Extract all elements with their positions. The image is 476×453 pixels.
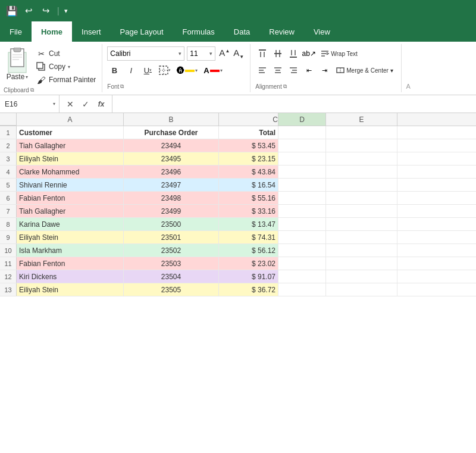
top-align-button[interactable] xyxy=(255,46,270,61)
cell-reference-box[interactable]: E16 ▾ xyxy=(0,95,60,113)
formula-input[interactable] xyxy=(112,99,476,108)
cell-e1[interactable] xyxy=(326,126,397,139)
col-header-c[interactable]: C xyxy=(219,113,278,126)
cell-a1[interactable]: Customer xyxy=(17,126,124,139)
cell-c11[interactable]: $ 23.02 xyxy=(219,257,278,270)
increase-indent-button[interactable]: ⇥ xyxy=(317,63,331,77)
cell-d12[interactable] xyxy=(278,270,326,283)
menu-formulas[interactable]: Formulas xyxy=(173,21,224,42)
cell-d7[interactable] xyxy=(278,205,326,217)
align-right-button[interactable] xyxy=(286,63,300,77)
row-header-13[interactable]: 13 xyxy=(0,283,17,296)
undo-button[interactable]: ↩ xyxy=(23,5,35,16)
cell-e9[interactable] xyxy=(326,231,397,243)
cell-b7[interactable]: 23499 xyxy=(124,205,219,217)
cell-e7[interactable] xyxy=(326,205,397,217)
cell-c8[interactable]: $ 13.47 xyxy=(219,218,278,230)
row-header-5[interactable]: 5 xyxy=(0,179,17,191)
cell-e6[interactable] xyxy=(326,192,397,204)
cell-c6[interactable]: $ 55.16 xyxy=(219,192,278,204)
align-center-button[interactable] xyxy=(271,63,285,77)
fill-color-button[interactable]: 🅐 ▾ xyxy=(175,64,199,77)
align-left-button[interactable] xyxy=(255,63,270,77)
cell-a8[interactable]: Karina Dawe xyxy=(17,218,124,230)
cell-b4[interactable]: 23496 xyxy=(124,165,219,178)
cell-d5[interactable] xyxy=(278,179,326,191)
decrease-indent-button[interactable]: ⇤ xyxy=(302,63,316,77)
format-painter-button[interactable]: 🖌 Format Painter xyxy=(33,74,98,86)
cell-a10[interactable]: Isla Markham xyxy=(17,244,124,257)
col-header-e[interactable]: E xyxy=(326,113,397,126)
cell-b12[interactable]: 23504 xyxy=(124,270,219,283)
bold-button[interactable]: B xyxy=(107,63,121,77)
cell-b2[interactable]: 23494 xyxy=(124,139,219,152)
cell-e5[interactable] xyxy=(326,179,397,191)
increase-font-size-button[interactable]: A▲ xyxy=(218,48,231,60)
menu-review[interactable]: Review xyxy=(259,21,304,42)
cell-d3[interactable] xyxy=(278,152,326,165)
bottom-align-button[interactable] xyxy=(286,46,300,61)
cell-b11[interactable]: 23503 xyxy=(124,257,219,270)
col-header-d[interactable]: D xyxy=(278,113,326,126)
cut-button[interactable]: ✂ Cut xyxy=(33,48,98,60)
cell-e3[interactable] xyxy=(326,152,397,165)
cell-d1[interactable] xyxy=(278,126,326,139)
cell-c4[interactable]: $ 43.84 xyxy=(219,165,278,178)
decrease-font-size-button[interactable]: A▼ xyxy=(232,48,245,60)
cell-b10[interactable]: 23502 xyxy=(124,244,219,257)
cell-a13[interactable]: Eiliyah Stein xyxy=(17,283,124,296)
confirm-formula-icon[interactable]: ✓ xyxy=(80,98,92,110)
cell-a4[interactable]: Clarke Mohammed xyxy=(17,165,124,178)
save-icon[interactable]: 💾 xyxy=(6,5,18,17)
cell-b3[interactable]: 23495 xyxy=(124,152,219,165)
cell-b8[interactable]: 23500 xyxy=(124,218,219,230)
italic-button[interactable]: I xyxy=(124,63,138,77)
cell-d10[interactable] xyxy=(278,244,326,257)
cell-b5[interactable]: 23497 xyxy=(124,179,219,191)
alignment-expander-icon[interactable]: ⧉ xyxy=(283,83,287,90)
merge-center-button[interactable]: Merge & Center ▾ xyxy=(333,63,396,77)
cell-a3[interactable]: Eiliyah Stein xyxy=(17,152,124,165)
font-size-dropdown[interactable]: 11 ▾ xyxy=(187,46,215,61)
cell-e10[interactable] xyxy=(326,244,397,257)
menu-data[interactable]: Data xyxy=(224,21,259,42)
cell-c10[interactable]: $ 56.12 xyxy=(219,244,278,257)
borders-button[interactable]: ▾ xyxy=(157,63,173,77)
menu-home[interactable]: Home xyxy=(32,21,72,42)
middle-align-button[interactable] xyxy=(271,46,285,61)
cell-e2[interactable] xyxy=(326,139,397,152)
cell-b1[interactable]: Purchase Order xyxy=(124,126,219,139)
cell-a11[interactable]: Fabian Fenton xyxy=(17,257,124,270)
col-header-a[interactable]: A xyxy=(17,113,124,126)
row-header-7[interactable]: 7 xyxy=(0,205,17,217)
cell-c3[interactable]: $ 23.15 xyxy=(219,152,278,165)
redo-button[interactable]: ↪ xyxy=(40,5,52,16)
cell-c1[interactable]: Total xyxy=(219,126,278,139)
cancel-formula-icon[interactable]: ✕ xyxy=(64,98,76,110)
cell-c12[interactable]: $ 91.07 xyxy=(219,270,278,283)
cell-c5[interactable]: $ 16.54 xyxy=(219,179,278,191)
cell-c7[interactable]: $ 33.16 xyxy=(219,205,278,217)
row-header-12[interactable]: 12 xyxy=(0,270,17,283)
cell-d4[interactable] xyxy=(278,165,326,178)
menu-page-layout[interactable]: Page Layout xyxy=(111,21,173,42)
cell-e11[interactable] xyxy=(326,257,397,270)
cell-e4[interactable] xyxy=(326,165,397,178)
cell-c13[interactable]: $ 36.72 xyxy=(219,283,278,296)
menu-insert[interactable]: Insert xyxy=(72,21,111,42)
cell-e12[interactable] xyxy=(326,270,397,283)
cell-a5[interactable]: Shivani Rennie xyxy=(17,179,124,191)
customize-button[interactable]: ▾ xyxy=(64,7,68,15)
wrap-text-button[interactable]: Wrap Text xyxy=(317,46,361,61)
row-header-3[interactable]: 3 xyxy=(0,152,17,165)
font-expander-icon[interactable]: ⧉ xyxy=(120,83,124,90)
menu-file[interactable]: File xyxy=(0,21,32,42)
cell-a6[interactable]: Fabian Fenton xyxy=(17,192,124,204)
cell-d8[interactable] xyxy=(278,218,326,230)
cell-b13[interactable]: 23505 xyxy=(124,283,219,296)
insert-function-icon[interactable]: fx xyxy=(95,98,107,110)
clipboard-expander-icon[interactable]: ⧉ xyxy=(30,87,34,93)
cell-d9[interactable] xyxy=(278,231,326,243)
col-header-b[interactable]: B xyxy=(124,113,219,126)
row-header-11[interactable]: 11 xyxy=(0,257,17,270)
